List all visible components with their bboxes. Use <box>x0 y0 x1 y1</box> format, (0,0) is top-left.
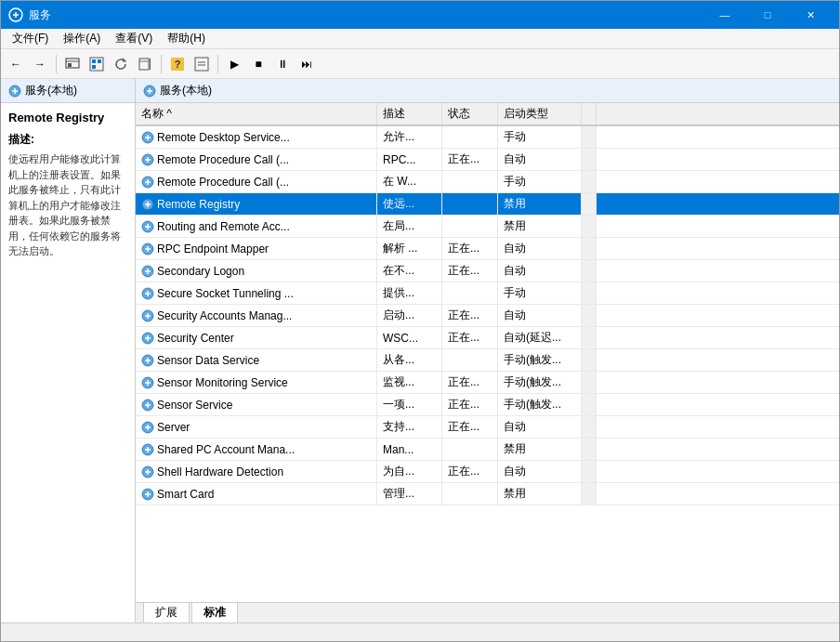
service-startup-cell: 手动(触发... <box>498 372 582 393</box>
service-desc-cell: 允许... <box>377 126 442 148</box>
table-row[interactable]: Security Accounts Manag...启动...正在...自动 <box>136 305 839 327</box>
table-row[interactable]: Smart Card管理...禁用 <box>136 483 839 505</box>
scroll-cell <box>582 193 597 215</box>
col-status[interactable]: 状态 <box>442 103 498 124</box>
table-row[interactable]: Sensor Service一项...正在...手动(触发... <box>136 394 839 416</box>
service-startup-cell: 自动 <box>498 416 582 438</box>
table-row[interactable]: Remote Desktop Service...允许...手动 <box>136 126 839 149</box>
scroll-cell <box>582 216 597 237</box>
scroll-cell <box>582 416 597 438</box>
service-name-cell: Smart Card <box>136 483 377 504</box>
table-row[interactable]: Remote Procedure Call (... RPC...正在...自动 <box>136 149 839 171</box>
table-row[interactable]: RPC Endpoint Mapper解析 ...正在...自动 <box>136 238 839 260</box>
menu-view[interactable]: 查看(V) <box>108 29 160 48</box>
table-row[interactable]: Secure Socket Tunneling ...提供...手动 <box>136 282 839 305</box>
service-startup-cell: 禁用 <box>498 439 582 460</box>
service-icon <box>141 465 154 478</box>
service-name-cell: Security Center <box>136 327 377 348</box>
scroll-cell <box>582 126 597 148</box>
svg-rect-7 <box>92 65 96 69</box>
service-desc-cell: 在局... <box>377 216 442 237</box>
services-table[interactable]: 名称 ^ 描述 状态 启动类型 Remote Desktop Service..… <box>136 103 839 602</box>
scroll-cell <box>582 327 597 348</box>
forward-button[interactable]: → <box>29 53 51 75</box>
stop-button[interactable]: ■ <box>247 53 269 75</box>
table-row[interactable]: Sensor Monitoring Service监视...正在...手动(触发… <box>136 372 839 394</box>
service-desc-cell: 从各... <box>377 349 442 371</box>
minimize-button[interactable]: — <box>703 1 746 29</box>
service-desc-cell: 使远... <box>377 193 442 215</box>
service-startup-cell: 禁用 <box>498 193 582 215</box>
service-name-cell: Remote Registry <box>136 193 377 215</box>
service-status-cell <box>442 439 498 460</box>
back-button[interactable]: ← <box>5 53 27 75</box>
scroll-cell <box>582 461 597 482</box>
table-row[interactable]: Security CenterWSC...正在...自动(延迟... <box>136 327 839 349</box>
resume-button[interactable]: ⏭ <box>295 53 318 75</box>
service-icon <box>141 242 154 255</box>
svg-rect-5 <box>92 59 96 63</box>
service-icon <box>141 131 154 144</box>
service-icon <box>141 354 154 367</box>
pause-button[interactable]: ⏸ <box>271 53 294 75</box>
play-button[interactable]: ▶ <box>223 53 245 75</box>
service-startup-cell: 手动(触发... <box>498 394 582 415</box>
service-startup-cell: 手动(触发... <box>498 349 582 371</box>
maximize-button[interactable]: □ <box>746 1 789 29</box>
export-button[interactable] <box>134 53 156 75</box>
col-startup[interactable]: 启动类型 <box>498 103 582 124</box>
menu-action[interactable]: 操作(A) <box>56 29 108 48</box>
menu-help[interactable]: 帮助(H) <box>160 29 213 48</box>
svg-text:?: ? <box>175 59 181 70</box>
refresh-button[interactable] <box>110 53 132 75</box>
table-row[interactable]: Secondary Logon在不...正在...自动 <box>136 260 839 282</box>
table-header: 名称 ^ 描述 状态 启动类型 <box>136 103 839 126</box>
up-button[interactable] <box>85 53 108 75</box>
service-desc-cell: 提供... <box>377 282 442 304</box>
sidebar-header: 服务(本地) <box>1 79 135 103</box>
properties-button[interactable] <box>190 53 213 75</box>
table-row[interactable]: Routing and Remote Acc...在局...禁用 <box>136 216 839 238</box>
service-status-cell: 正在... <box>442 394 498 415</box>
service-icon <box>141 421 154 434</box>
service-startup-cell: 自动 <box>498 149 582 170</box>
table-row[interactable]: Remote Procedure Call (... 在 W...手动 <box>136 171 839 193</box>
service-startup-cell: 手动 <box>498 126 582 148</box>
table-row[interactable]: Shell Hardware Detection为自...正在...自动 <box>136 461 839 483</box>
service-name-cell: Routing and Remote Acc... <box>136 216 377 237</box>
col-desc[interactable]: 描述 <box>377 103 442 124</box>
table-row[interactable]: Remote Registry使远...禁用 <box>136 193 839 216</box>
titlebar: 服务 — □ ✕ <box>1 1 839 29</box>
sidebar-info: Remote Registry 描述: 使远程用户能修改此计算机上的注册表设置。… <box>1 103 135 622</box>
table-row[interactable]: Server支持...正在...自动 <box>136 416 839 439</box>
help-button[interactable]: ? <box>166 53 189 75</box>
panel-header: 服务(本地) <box>136 79 839 103</box>
tab-extended[interactable]: 扩展 <box>143 602 190 622</box>
service-icon <box>141 198 154 211</box>
service-desc-cell: 一项... <box>377 394 442 415</box>
svg-rect-13 <box>195 58 208 71</box>
sidebar-header-icon <box>8 85 21 98</box>
service-startup-cell: 禁用 <box>498 216 582 237</box>
service-name-cell: Remote Desktop Service... <box>136 126 377 148</box>
service-icon <box>141 443 154 456</box>
service-name-cell: Remote Procedure Call (... <box>136 149 377 170</box>
selected-service-name: Remote Registry <box>8 111 127 124</box>
table-row[interactable]: Shared PC Account Mana...Man...禁用 <box>136 439 839 461</box>
table-row[interactable]: Sensor Data Service从各...手动(触发... <box>136 349 839 372</box>
tab-standard[interactable]: 标准 <box>191 602 238 622</box>
service-status-cell <box>442 126 498 148</box>
service-name-cell: RPC Endpoint Mapper <box>136 238 377 259</box>
service-startup-cell: 手动 <box>498 282 582 304</box>
svg-rect-8 <box>139 59 149 70</box>
service-icon <box>141 399 154 412</box>
menu-file[interactable]: 文件(F) <box>5 29 56 48</box>
service-name-cell: Server <box>136 416 377 438</box>
col-name[interactable]: 名称 ^ <box>136 103 377 124</box>
service-name-cell: Shared PC Account Mana... <box>136 439 377 460</box>
service-status-cell <box>442 282 498 304</box>
toolbar: ← → ? ▶ ■ ⏸ ⏭ <box>1 49 839 79</box>
show-console-button[interactable] <box>61 53 84 75</box>
close-button[interactable]: ✕ <box>789 1 832 29</box>
service-icon <box>141 176 154 189</box>
